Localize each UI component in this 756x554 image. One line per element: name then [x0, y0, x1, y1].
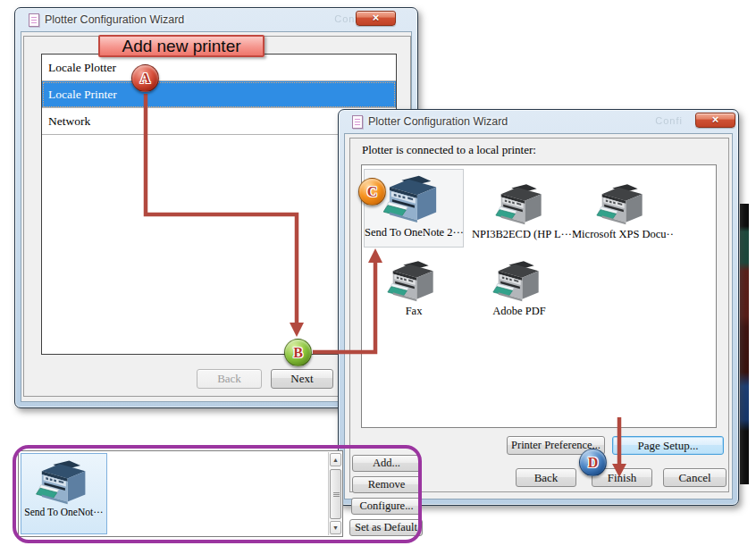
scrollbar-thumb[interactable]	[330, 469, 341, 519]
printer-icon	[491, 258, 547, 303]
wizard-document-icon	[29, 13, 39, 27]
printer-list: Send To OneNote 2··· NPI3B2ECD (HP L···	[361, 164, 717, 428]
list-item-locale-plotter[interactable]: Locale Plotter	[42, 55, 396, 81]
printer-label: Adobe PDF	[468, 305, 570, 318]
printer-icon	[381, 172, 447, 224]
printer-icon	[494, 181, 550, 226]
configured-printer-list: Send To OneNot··· ▲ ▼	[18, 450, 343, 537]
printer-tile-send-to-onenote-small[interactable]: Send To OneNot···	[21, 453, 107, 534]
background-app-sliver	[740, 204, 749, 484]
remove-button[interactable]: Remove	[352, 476, 421, 493]
scrollbar-grip	[333, 492, 340, 498]
cancel-button[interactable]: Cancel	[663, 468, 727, 487]
configure-button[interactable]: Configure...	[351, 498, 422, 515]
printer-label: Send To OneNote 2···	[365, 226, 463, 239]
close-icon[interactable]: ×	[356, 11, 396, 26]
printer-label: Send To OneNot···	[21, 507, 106, 517]
printer-label: Microsoft XPS Docu···	[572, 228, 674, 241]
scroll-up-icon[interactable]: ▲	[330, 453, 341, 466]
close-icon[interactable]: ×	[695, 113, 735, 128]
back-button[interactable]: Back	[516, 468, 576, 487]
dialog2-titlebar[interactable]: Plotter Configuration Wizard Confi ×	[339, 110, 738, 133]
printer-icon	[386, 258, 441, 303]
next-button[interactable]: Next	[271, 369, 333, 389]
scroll-down-icon[interactable]: ▼	[330, 521, 341, 534]
marker-d: D	[579, 449, 607, 476]
marker-c: C	[358, 178, 386, 206]
ghost-window-text: Confi	[655, 115, 683, 126]
back-button[interactable]: Back	[197, 369, 262, 389]
marker-b: B	[284, 339, 312, 366]
page-setup-button[interactable]: Page Setup...	[612, 436, 724, 455]
printer-tile-npi3b2ecd[interactable]: NPI3B2ECD (HP L···	[468, 174, 575, 241]
printer-label: NPI3B2ECD (HP L···	[468, 228, 575, 241]
dialog-plotter-wizard-2: Plotter Configuration Wizard Confi × Plo…	[338, 109, 739, 506]
dialog2-client: Plotter is connected to a local printer:…	[344, 133, 733, 499]
printer-icon	[34, 457, 95, 506]
printer-tile-fax[interactable]: Fax	[364, 256, 464, 318]
screenshot-root: Plotter Configuration Wizard Confi × Loc…	[0, 0, 756, 554]
add-new-printer-callout: Add new printer	[98, 35, 265, 57]
marker-a: A	[131, 64, 159, 92]
local-printer-label: Plotter is connected to a local printer:	[362, 143, 536, 157]
dialog1-title: Plotter Configuration Wizard	[45, 13, 184, 26]
list-item-locale-printer[interactable]: Locale Printer	[42, 81, 396, 108]
set-as-default-button[interactable]: Set as Default	[349, 519, 423, 536]
add-button[interactable]: Add...	[352, 455, 421, 472]
printer-tile-adobe-pdf[interactable]: Adobe PDF	[468, 256, 570, 318]
dialog1-titlebar[interactable]: Plotter Configuration Wizard Confi ×	[15, 8, 417, 31]
dialog2-title: Plotter Configuration Wizard	[368, 115, 508, 128]
printer-tile-microsoft-xps[interactable]: Microsoft XPS Docu···	[572, 174, 674, 241]
printer-label: Fax	[364, 305, 464, 318]
vertical-scrollbar[interactable]: ▲ ▼	[328, 452, 341, 535]
printer-icon	[595, 181, 651, 226]
wizard-document-icon	[352, 115, 363, 129]
